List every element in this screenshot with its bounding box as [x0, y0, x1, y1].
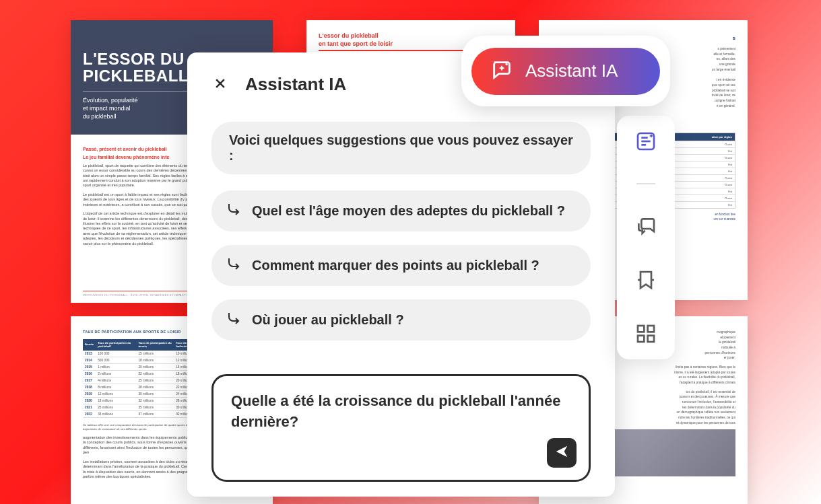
suggestion-text: Comment marquer des points au pickleball… [252, 258, 539, 273]
ai-assistant-button[interactable]: Assistant IA [471, 48, 660, 95]
svg-point-0 [505, 63, 507, 65]
reply-arrow-icon [226, 256, 242, 275]
svg-rect-7 [638, 326, 644, 332]
svg-rect-8 [648, 326, 654, 332]
suggestions-intro: Voici quelques suggestions que vous pouv… [211, 122, 591, 174]
panel-title: Assistant IA [245, 74, 346, 95]
assistant-panel: Assistant IA Voici quelques suggestions … [187, 52, 615, 497]
suggestion-item[interactable]: Où jouer au pickleball ? [211, 299, 591, 340]
prompt-input-text: Quelle a été la croissance du pickleball… [231, 391, 571, 433]
send-button[interactable] [547, 438, 577, 468]
suggestion-item[interactable]: Comment marquer des points au pickleball… [211, 245, 591, 286]
close-icon [214, 77, 227, 93]
reply-arrow-icon [226, 201, 242, 221]
svg-rect-10 [648, 336, 654, 342]
prompt-input-box[interactable]: Quelle a été la croissance du pickleball… [211, 374, 591, 482]
ai-assistant-button-container: Assistant IA [461, 36, 670, 106]
close-button[interactable] [211, 76, 229, 94]
sparkle-chat-icon [490, 59, 513, 84]
tool-bookmark-icon[interactable] [634, 268, 658, 292]
ai-assistant-button-label: Assistant IA [525, 61, 618, 81]
divider [636, 183, 655, 184]
tool-grid-icon[interactable] [634, 322, 658, 346]
send-icon [554, 444, 569, 462]
tool-chat-icon[interactable] [634, 214, 658, 238]
suggestion-item[interactable]: Quel est l'âge moyen des adeptes du pick… [211, 190, 591, 231]
tool-ai-summary-icon[interactable] [634, 129, 658, 153]
reply-arrow-icon [226, 310, 242, 330]
suggestion-text: Où jouer au pickleball ? [252, 312, 404, 328]
side-toolbar [617, 116, 675, 359]
svg-rect-9 [638, 336, 644, 342]
suggestion-text: Quel est l'âge moyen des adeptes du pick… [252, 203, 565, 219]
